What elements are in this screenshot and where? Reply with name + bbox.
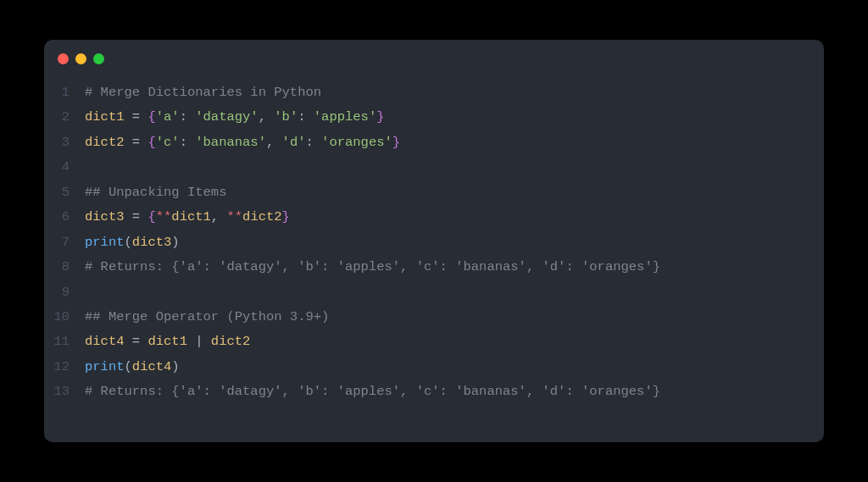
token-name: dict2 <box>211 334 251 349</box>
token-pipe: | <box>187 334 211 349</box>
token-name: dict3 <box>132 235 172 250</box>
token-punc: : <box>180 109 196 125</box>
token-op: = <box>125 334 148 349</box>
token-string: 'oranges' <box>321 135 392 150</box>
line-number: 3 <box>44 130 85 155</box>
token-string: 'bananas' <box>195 135 266 150</box>
token-brace: { <box>147 109 155 125</box>
code-content[interactable]: print(dict4) <box>85 355 824 380</box>
token-comment: # Returns: {'a': 'datagy', 'b': 'apples'… <box>85 259 660 274</box>
token-punc: : <box>298 109 314 125</box>
token-brace: } <box>282 209 290 224</box>
token-brace: { <box>147 135 155 150</box>
token-punc: : <box>305 135 321 150</box>
line-number: 9 <box>44 280 85 305</box>
token-punc: : <box>180 135 196 150</box>
code-line[interactable]: 3dict2 = {'c': 'bananas', 'd': 'oranges'… <box>44 130 824 155</box>
token-op: = <box>125 109 148 125</box>
code-line[interactable]: 8# Returns: {'a': 'datagy', 'b': 'apples… <box>44 255 824 280</box>
token-punc: , <box>259 109 275 125</box>
token-func: print <box>85 359 125 374</box>
token-name: dict4 <box>85 334 125 349</box>
token-name: dict2 <box>242 209 282 224</box>
token-string: 'datagy' <box>195 109 258 125</box>
code-content[interactable]: dict3 = {**dict1, **dict2} <box>85 205 824 230</box>
token-name: dict4 <box>132 359 172 374</box>
code-content[interactable] <box>85 155 824 180</box>
line-number: 11 <box>44 330 85 354</box>
token-string: 'c' <box>156 135 180 150</box>
code-content[interactable]: # Merge Dictionaries in Python <box>85 80 824 105</box>
token-brace: } <box>392 135 400 150</box>
token-punc: , <box>211 209 227 224</box>
token-comment: # Returns: {'a': 'datagy', 'b': 'apples'… <box>85 384 660 399</box>
code-content[interactable]: ## Merge Operator (Python 3.9+) <box>85 305 824 330</box>
code-line[interactable]: 7print(dict3) <box>44 230 824 255</box>
token-name: dict1 <box>147 334 187 349</box>
token-name: dict1 <box>171 209 211 224</box>
token-op: = <box>125 209 148 224</box>
line-number: 12 <box>44 355 85 380</box>
line-number: 6 <box>44 205 85 230</box>
code-line[interactable]: 5## Unpacking Items <box>44 180 824 205</box>
titlebar <box>44 40 824 77</box>
token-func: print <box>85 235 125 250</box>
token-op: = <box>125 135 148 150</box>
code-line[interactable]: 13# Returns: {'a': 'datagy', 'b': 'apple… <box>44 380 824 404</box>
token-punc: ) <box>171 235 179 250</box>
code-content[interactable]: dict4 = dict1 | dict2 <box>85 330 824 354</box>
line-number: 1 <box>44 80 85 105</box>
token-string: 'apples' <box>314 109 376 125</box>
token-comment: # Merge Dictionaries in Python <box>85 85 321 100</box>
token-punc: ( <box>125 235 132 250</box>
code-content[interactable] <box>85 280 824 305</box>
token-string: 'a' <box>156 109 180 125</box>
code-content[interactable]: dict2 = {'c': 'bananas', 'd': 'oranges'} <box>85 130 824 155</box>
line-number: 8 <box>44 255 85 280</box>
minimize-icon[interactable] <box>75 53 86 64</box>
token-punc: ) <box>171 359 179 374</box>
token-comment: ## Unpacking Items <box>85 185 226 200</box>
token-name: dict2 <box>85 135 125 150</box>
token-comment: ## Merge Operator (Python 3.9+) <box>85 309 329 324</box>
code-content[interactable]: # Returns: {'a': 'datagy', 'b': 'apples'… <box>85 255 824 280</box>
code-content[interactable]: print(dict3) <box>85 230 824 255</box>
code-line[interactable]: 1# Merge Dictionaries in Python <box>44 80 824 105</box>
token-name: dict1 <box>85 109 125 125</box>
code-content[interactable]: # Returns: {'a': 'datagy', 'b': 'apples'… <box>85 380 824 404</box>
token-punc: ( <box>125 359 132 374</box>
zoom-icon[interactable] <box>93 53 104 64</box>
code-content[interactable]: dict1 = {'a': 'datagy', 'b': 'apples'} <box>85 105 824 130</box>
line-number: 2 <box>44 105 85 130</box>
code-line[interactable]: 4 <box>44 155 824 180</box>
code-line[interactable]: 6dict3 = {**dict1, **dict2} <box>44 205 824 230</box>
code-area[interactable]: 1# Merge Dictionaries in Python2dict1 = … <box>44 77 824 420</box>
line-number: 7 <box>44 230 85 255</box>
line-number: 10 <box>44 305 85 330</box>
code-line[interactable]: 12print(dict4) <box>44 355 824 380</box>
code-content[interactable]: ## Unpacking Items <box>85 180 824 205</box>
token-string: 'b' <box>274 109 298 125</box>
token-brace: { <box>147 209 155 224</box>
code-line[interactable]: 2dict1 = {'a': 'datagy', 'b': 'apples'} <box>44 105 824 130</box>
token-name: dict3 <box>85 209 125 224</box>
token-star: ** <box>226 209 242 224</box>
close-icon[interactable] <box>58 53 69 64</box>
line-number: 4 <box>44 155 85 180</box>
line-number: 13 <box>44 380 85 404</box>
token-star: ** <box>156 209 172 224</box>
token-string: 'd' <box>282 135 306 150</box>
code-line[interactable]: 10## Merge Operator (Python 3.9+) <box>44 305 824 330</box>
code-line[interactable]: 11dict4 = dict1 | dict2 <box>44 330 824 354</box>
code-line[interactable]: 9 <box>44 280 824 305</box>
token-punc: , <box>266 135 282 150</box>
editor-window: 1# Merge Dictionaries in Python2dict1 = … <box>44 40 824 442</box>
line-number: 5 <box>44 180 85 205</box>
token-brace: } <box>376 109 384 125</box>
